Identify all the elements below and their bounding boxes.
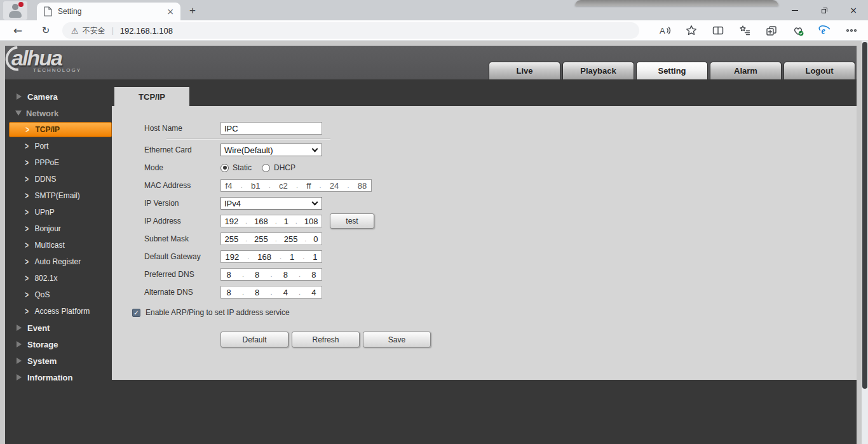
sidebar-section-information[interactable]: Information (5, 369, 112, 386)
sidebar-item-label: 802.1x (34, 274, 57, 283)
sidebar-item-smtp-email[interactable]: >SMTP(Email) (5, 187, 112, 204)
sidebar-section-storage[interactable]: Storage (5, 336, 112, 353)
restore-button[interactable] (810, 0, 839, 20)
octet-value: 168 (254, 217, 268, 226)
sidebar-item-access-platform[interactable]: >Access Platform (5, 303, 112, 320)
refresh-icon[interactable]: ↻ (37, 22, 55, 39)
chevron-right-icon: > (25, 208, 29, 217)
dhcp-radio[interactable] (262, 164, 270, 172)
ip-address-label: IP Address (144, 217, 220, 225)
scrollbar-thumb[interactable] (862, 42, 867, 389)
nav-playback-button[interactable]: Playback (562, 62, 634, 79)
octet-value: 192 (224, 217, 238, 226)
sidebar-item-label: Auto Register (34, 257, 81, 266)
octet-separator: . (270, 271, 272, 278)
favorites-hub-icon[interactable] (731, 22, 758, 39)
sidebar-item-label: Port (34, 142, 48, 151)
sidebar-item-upnp[interactable]: >UPnP (5, 204, 112, 220)
alternate-dns-row: Alternate DNS 8.8.4.4 (144, 283, 857, 301)
minimize-button[interactable] (780, 0, 810, 20)
ethernet-card-select[interactable]: Wire(Default) (220, 144, 322, 156)
chevron-right-icon: > (25, 224, 29, 234)
sidebar-item-ddns[interactable]: >DDNS (5, 171, 112, 187)
sidebar-item-multicast[interactable]: >Multicast (5, 237, 112, 253)
profile-notification-dot (18, 2, 24, 7)
octet-value: 255 (254, 234, 268, 244)
octet-separator: . (296, 182, 298, 189)
sidebar-section-camera[interactable]: Camera (5, 88, 112, 105)
content-tabstrip: TCP/IP (112, 79, 857, 106)
svg-text:A: A (660, 26, 665, 36)
tab-title: Setting (58, 7, 166, 16)
static-radio[interactable] (220, 164, 229, 172)
not-secure-label: 不安全 (83, 25, 105, 36)
address-bar[interactable]: ⚠ 不安全 | 192.168.1.108 (62, 22, 639, 39)
nav-live-button[interactable]: Live (489, 62, 560, 79)
window-controls: × (780, 0, 868, 20)
read-aloud-icon[interactable]: A (651, 22, 678, 39)
sidebar-item-pppoe[interactable]: >PPPoE (5, 154, 112, 171)
octet-value: 8 (255, 288, 259, 297)
refresh-button[interactable]: Refresh (292, 332, 360, 347)
arp-ping-checkbox[interactable]: ✓ (132, 309, 140, 317)
new-tab-button[interactable]: + (184, 3, 201, 18)
chevron-down-icon (312, 199, 318, 206)
nav-setting-button[interactable]: Setting (636, 62, 708, 79)
split-screen-icon[interactable] (705, 22, 731, 39)
sidebar-item-qos[interactable]: >QoS (5, 286, 112, 303)
sidebar-section-label: Information (27, 373, 73, 382)
ip-address-field[interactable]: 192.168.1.108 (220, 215, 322, 227)
page-scrollbar[interactable] (862, 41, 868, 444)
sidebar-section-system[interactable]: System (5, 353, 112, 369)
default-gateway-field[interactable]: 192.168.1.1 (220, 250, 322, 263)
close-window-button[interactable]: × (839, 0, 868, 20)
octet-separator: . (275, 235, 277, 243)
save-button[interactable]: Save (363, 332, 431, 347)
octet-separator: . (247, 253, 249, 260)
sidebar-item-bonjour[interactable]: >Bonjour (5, 220, 112, 237)
back-icon[interactable]: ← (9, 22, 27, 39)
sidebar-item-label: PPPoE (34, 158, 59, 167)
sidebar-item-802-1x[interactable]: >802.1x (5, 270, 112, 286)
collections-icon[interactable] (758, 22, 785, 39)
subnet-mask-field[interactable]: 255.255.255.0 (220, 232, 322, 245)
address-separator: | (112, 26, 114, 35)
sidebar-item-tcp-ip[interactable]: >TCP/IP (9, 122, 112, 137)
favorite-star-icon[interactable] (678, 22, 705, 39)
tab-tcpip[interactable]: TCP/IP (114, 87, 189, 106)
octet-separator: . (299, 288, 301, 296)
browser-tab-setting[interactable]: Setting × (37, 3, 180, 20)
octet-value: f4 (226, 181, 233, 191)
octet-separator: . (269, 182, 271, 189)
sidebar-section-network[interactable]: Network (5, 105, 112, 121)
nav-alarm-button[interactable]: Alarm (710, 62, 782, 79)
ethernet-card-value: Wire(Default) (224, 145, 273, 155)
sidebar-item-label: Multicast (34, 241, 64, 250)
sidebar-item-label: SMTP(Email) (34, 191, 79, 200)
sidebar-section-event[interactable]: Event (5, 320, 112, 336)
sidebar: CameraNetwork>TCP/IP>Port>PPPoE>DDNS>SMT… (5, 79, 112, 444)
nav-logout-button[interactable]: Logout (783, 62, 855, 79)
default-button[interactable]: Default (220, 332, 288, 347)
top-nav: LivePlaybackSettingAlarmLogout (489, 62, 855, 79)
ethernet-card-row: Ethernet Card Wire(Default) (144, 141, 857, 159)
triangle-right-icon (17, 358, 22, 364)
octet-value: ff (306, 181, 311, 191)
alternate-dns-field[interactable]: 8.8.4.4 (220, 286, 322, 299)
sidebar-item-port[interactable]: >Port (5, 138, 112, 154)
sidebar-section-label: System (27, 356, 57, 366)
test-button[interactable]: test (330, 213, 374, 229)
restore-icon (821, 7, 828, 14)
more-menu-icon[interactable] (838, 22, 865, 39)
ip-version-select[interactable]: IPv4 (220, 197, 322, 210)
preferred-dns-field[interactable]: 8.8.8.8 (220, 268, 322, 281)
browser-profile-button[interactable] (3, 1, 27, 20)
tab-close-icon[interactable]: × (166, 6, 174, 17)
app-body: CameraNetwork>TCP/IP>Port>PPPoE>DDNS>SMT… (5, 79, 857, 444)
octet-value: 8 (227, 270, 231, 279)
host-name-input[interactable] (220, 122, 322, 135)
octet-value: 1 (284, 217, 288, 226)
ie-mode-icon[interactable]: e (811, 22, 838, 39)
browser-essentials-icon[interactable] (785, 22, 811, 39)
sidebar-item-auto-register[interactable]: >Auto Register (5, 253, 112, 270)
